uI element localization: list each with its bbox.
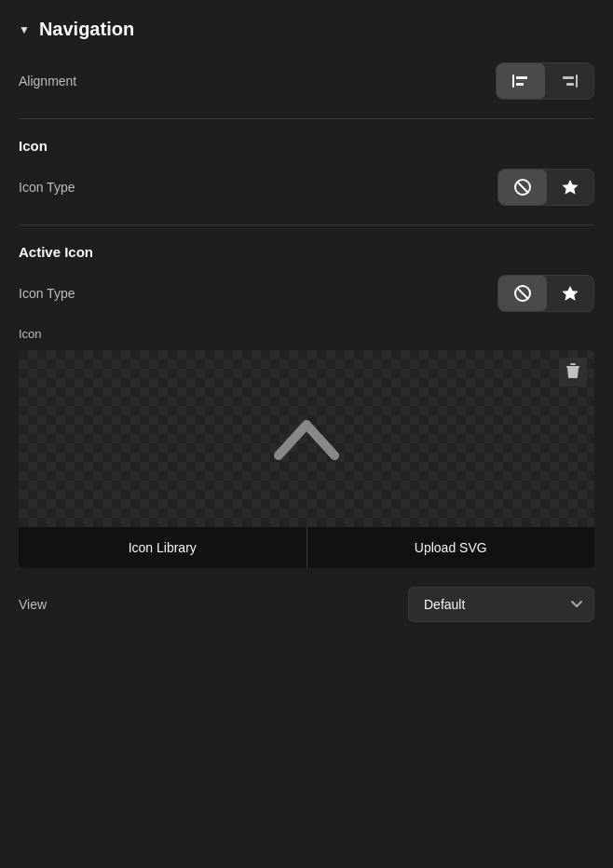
svg-rect-2 <box>516 83 524 86</box>
alignment-button-group <box>496 62 594 100</box>
icon-type-star-button[interactable] <box>547 170 593 205</box>
active-icon-type-none-button[interactable] <box>498 276 547 311</box>
view-select[interactable]: Default Mobile Tablet Desktop <box>408 587 594 622</box>
svg-rect-5 <box>566 83 574 86</box>
star-icon <box>562 179 579 196</box>
active-no-icon <box>513 284 532 303</box>
section-header: ▼ Navigation <box>19 19 594 40</box>
icon-canvas: Icon Library Upload SVG <box>19 350 594 568</box>
svg-marker-8 <box>562 180 578 195</box>
view-row: View Default Mobile Tablet Desktop <box>19 587 594 622</box>
collapse-chevron[interactable]: ▼ <box>19 23 30 36</box>
active-icon-type-row: Icon Type <box>19 275 594 312</box>
svg-line-10 <box>517 288 528 299</box>
active-icon-type-button-group <box>497 275 594 312</box>
svg-rect-0 <box>512 75 514 88</box>
icon-sublabel: Icon <box>19 327 594 341</box>
divider-1 <box>19 118 594 119</box>
divider-2 <box>19 224 594 225</box>
svg-marker-11 <box>562 286 578 301</box>
svg-rect-4 <box>563 76 574 79</box>
align-right-icon <box>560 73 579 89</box>
icon-type-row: Icon Type <box>19 169 594 206</box>
active-icon-section: Active Icon Icon Type Icon <box>19 244 594 568</box>
svg-rect-12 <box>566 366 579 368</box>
active-icon-section-title: Active Icon <box>19 244 594 260</box>
svg-rect-13 <box>570 363 576 365</box>
delete-icon-button[interactable] <box>559 358 587 387</box>
svg-rect-1 <box>516 76 527 79</box>
align-left-button[interactable] <box>497 63 545 99</box>
icon-type-label: Icon Type <box>19 180 75 195</box>
align-right-button[interactable] <box>545 63 593 99</box>
upload-svg-button[interactable]: Upload SVG <box>307 527 595 568</box>
active-icon-type-star-button[interactable] <box>547 276 593 311</box>
icon-action-row: Icon Library Upload SVG <box>19 527 594 568</box>
alignment-label: Alignment <box>19 74 76 88</box>
no-icon-icon <box>513 178 532 197</box>
align-left-icon <box>511 73 530 89</box>
svg-line-7 <box>517 182 528 193</box>
trash-icon <box>565 362 580 379</box>
icon-section-title: Icon <box>19 138 594 154</box>
chevron-up-preview <box>274 414 339 465</box>
icon-type-none-button[interactable] <box>498 170 547 205</box>
active-star-icon <box>562 285 579 302</box>
icon-preview-area <box>19 350 594 527</box>
active-icon-type-label: Icon Type <box>19 286 75 301</box>
navigation-panel: ▼ Navigation Alignment I <box>0 0 613 641</box>
icon-section: Icon Icon Type <box>19 138 594 206</box>
section-title: Navigation <box>39 19 134 40</box>
svg-rect-3 <box>576 75 578 88</box>
icon-type-button-group <box>497 169 594 206</box>
alignment-row: Alignment <box>19 62 594 100</box>
view-label: View <box>19 597 47 612</box>
icon-library-button[interactable]: Icon Library <box>19 527 307 568</box>
